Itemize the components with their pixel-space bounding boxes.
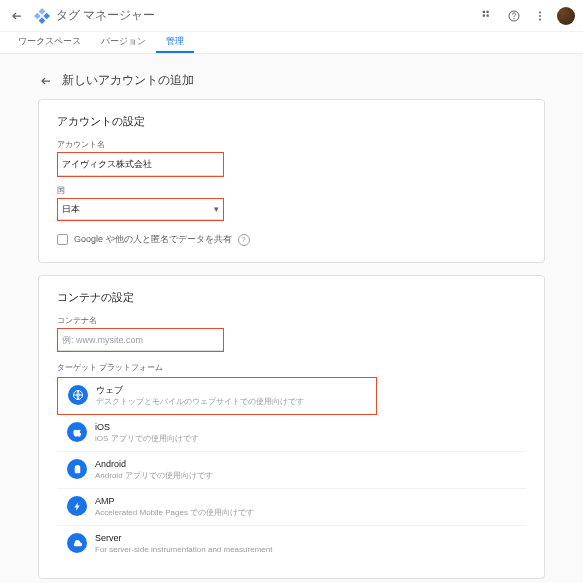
platform-desc: デスクトップとモバイルのウェブサイトでの使用向けです	[96, 397, 304, 407]
account-name-label: アカウント名	[57, 139, 526, 150]
more-menu-icon[interactable]	[529, 5, 551, 27]
svg-point-7	[539, 15, 541, 17]
help-icon[interactable]	[503, 5, 525, 27]
cloud-icon	[67, 533, 87, 553]
svg-rect-2	[483, 14, 485, 16]
container-name-input[interactable]	[58, 330, 223, 351]
android-icon	[67, 459, 87, 479]
platform-name: iOS	[95, 422, 199, 434]
platform-option-server[interactable]: Server For server-side instrumentation a…	[57, 526, 526, 562]
user-avatar[interactable]	[557, 7, 575, 25]
globe-icon	[68, 385, 88, 405]
container-section-title: コンテナの設定	[57, 290, 526, 305]
platform-option-web[interactable]: ウェブ デスクトップとモバイルのウェブサイトでの使用向けです	[57, 377, 377, 415]
app-title: タグ マネージャー	[56, 7, 155, 24]
share-data-checkbox[interactable]	[57, 234, 68, 245]
page-title: 新しいアカウントの追加	[62, 72, 194, 89]
tab-workspace[interactable]: ワークスペース	[8, 31, 91, 53]
country-label: 国	[57, 185, 526, 196]
account-settings-card: アカウントの設定 アカウント名 国 日本 ▾ Google や他の人と匿名でデー…	[38, 99, 545, 263]
tab-admin[interactable]: 管理	[156, 31, 194, 53]
nav-back-button[interactable]	[8, 7, 26, 25]
svg-rect-3	[487, 14, 489, 16]
svg-point-8	[539, 18, 541, 20]
platform-label: ターゲット プラットフォーム	[57, 362, 526, 373]
platform-option-amp[interactable]: AMP Accelerated Mobile Pages での使用向けです	[57, 489, 526, 526]
ios-icon	[67, 422, 87, 442]
country-value: 日本	[62, 203, 80, 216]
platform-name: Server	[95, 533, 272, 545]
app-switcher-icon[interactable]	[477, 5, 499, 27]
tag-manager-logo-icon	[34, 8, 50, 24]
platform-desc: Accelerated Mobile Pages での使用向けです	[95, 508, 254, 518]
share-data-label: Google や他の人と匿名でデータを共有	[74, 233, 232, 246]
svg-point-5	[514, 18, 515, 19]
amp-icon	[67, 496, 87, 516]
platform-desc: For server-side instrumentation and meas…	[95, 545, 272, 555]
svg-rect-1	[487, 10, 489, 12]
container-settings-card: コンテナの設定 コンテナ名 ターゲット プラットフォーム ウェブ デスクトップと…	[38, 275, 545, 579]
platform-option-android[interactable]: Android Android アプリでの使用向けです	[57, 452, 526, 489]
country-select[interactable]: 日本 ▾	[58, 199, 223, 220]
platform-desc: iOS アプリでの使用向けです	[95, 434, 199, 444]
account-name-input[interactable]	[58, 155, 223, 176]
platform-name: ウェブ	[96, 385, 304, 397]
tab-version[interactable]: バージョン	[91, 31, 156, 53]
platform-name: Android	[95, 459, 213, 471]
svg-rect-0	[483, 10, 485, 12]
container-name-label: コンテナ名	[57, 315, 526, 326]
platform-desc: Android アプリでの使用向けです	[95, 471, 213, 481]
global-header: タグ マネージャー	[0, 0, 583, 32]
account-section-title: アカウントの設定	[57, 114, 526, 129]
chevron-down-icon: ▾	[214, 204, 219, 214]
platform-option-ios[interactable]: iOS iOS アプリでの使用向けです	[57, 415, 526, 452]
platform-name: AMP	[95, 496, 254, 508]
page-back-button[interactable]	[38, 73, 54, 89]
help-tooltip-icon[interactable]: ?	[238, 234, 250, 246]
main-tabs: ワークスペース バージョン 管理	[0, 32, 583, 54]
svg-point-6	[539, 11, 541, 13]
